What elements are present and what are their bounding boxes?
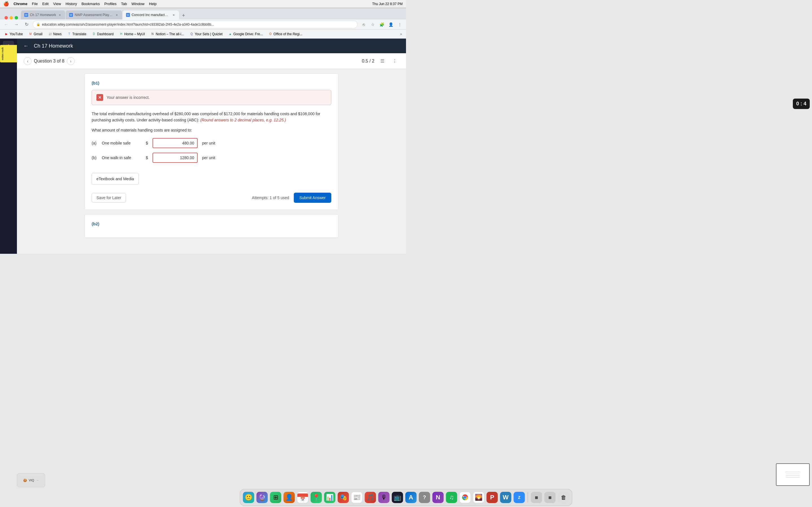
bookmark-notion-label: Notion – The all-i... [156, 32, 184, 36]
close-window-btn[interactable] [4, 16, 8, 19]
youtube-icon: ▶ [4, 32, 8, 36]
assessment-title: Ch 17 Homework [34, 43, 73, 49]
round-note-text: (Round answers to 2 decimal places, e.g.… [200, 118, 286, 122]
office-icon: O [268, 32, 272, 36]
news-icon: 📰 [48, 32, 52, 36]
sub-question: What amount of materials handling costs … [92, 128, 331, 132]
apple-menu[interactable]: 🍎 [3, 1, 9, 6]
tab-title-ch17: Ch 17 Homework [30, 13, 56, 17]
save-later-btn[interactable]: Save for Later [92, 193, 126, 203]
maximize-window-btn[interactable] [15, 16, 18, 19]
bookmark-translate-label: Translate [72, 32, 87, 36]
row-b-dollar: $ [146, 156, 148, 160]
bookmarks-bar: ▶ YouTube M Gmail 📰 News T Translate D D… [0, 30, 406, 39]
tab-title-concord: Concord Inc manufactures two... [132, 13, 170, 17]
tab-concord[interactable]: W Concord Inc manufactures two... ✕ [123, 10, 179, 19]
chrome-window: W Ch 17 Homework ✕ W NWP Assessment Play… [0, 8, 406, 39]
row-a-input[interactable] [153, 138, 198, 148]
minimize-window-btn[interactable] [10, 16, 13, 19]
gdrive-icon: ▲ [228, 32, 232, 36]
bookmark-myu-label: Home – MyUI [124, 32, 145, 36]
myu-icon: H [119, 32, 123, 36]
menubar-edit[interactable]: Edit [42, 2, 49, 6]
row-a-dollar: $ [146, 141, 148, 145]
bookmark-notion[interactable]: N Notion – The all-i... [148, 31, 186, 37]
url-text: education.wiley.com/was/ui/v2/assessment… [42, 22, 214, 26]
window-controls [4, 16, 18, 19]
question-bar: ‹ Question 3 of 8 › 0.5 / 2 ☰ ⋮ [17, 53, 406, 69]
submit-answer-btn[interactable]: Submit Answer [294, 193, 331, 203]
forward-nav-btn[interactable]: → [12, 20, 20, 29]
menubar-history[interactable]: History [65, 2, 77, 6]
menubar-chrome[interactable]: Chrome [13, 2, 28, 6]
left-sidebar: 🏠 [0, 39, 17, 254]
bookmark-news[interactable]: 📰 News [46, 31, 64, 37]
score-display: 0.5 / 2 [362, 59, 374, 64]
notion-icon: N [151, 32, 154, 36]
back-nav-btn[interactable]: ← [2, 20, 10, 29]
tab-close-nwp[interactable]: ✕ [115, 13, 119, 17]
tab-close-ch17[interactable]: ✕ [58, 13, 62, 17]
bookmarks-more-btn[interactable]: » [398, 31, 404, 37]
menubar-window[interactable]: Window [132, 2, 144, 6]
extensions-btn[interactable]: 🧩 [378, 20, 386, 29]
menubar-view[interactable]: View [53, 2, 61, 6]
bookmark-star-btn[interactable]: ☆ [369, 20, 377, 29]
tab-title-nwp: NWP Assessment Player UI Ap... [75, 13, 113, 17]
more-options-btn[interactable]: ⋮ [390, 57, 399, 66]
tab-close-concord[interactable]: ✕ [172, 13, 175, 17]
bookmark-youtube[interactable]: ▶ YouTube [2, 31, 25, 37]
quizlet-icon: Q [190, 32, 194, 36]
tab-bar: W Ch 17 Homework ✕ W NWP Assessment Play… [0, 8, 406, 19]
bookmark-gdrive-label: Google Drive: Fre... [233, 32, 263, 36]
security-lock-icon: 🔒 [36, 22, 40, 26]
profile-btn[interactable]: 👤 [387, 20, 395, 29]
tab-nwp[interactable]: W NWP Assessment Player UI Ap... ✕ [66, 10, 122, 19]
bookmark-gdrive[interactable]: ▲ Google Drive: Fre... [226, 31, 265, 37]
bookmark-dashboard[interactable]: D Dashboard [90, 31, 116, 37]
address-bar-actions: ⎋ ☆ 🧩 👤 ⋮ [360, 20, 404, 29]
bookmark-quizlet-label: Your Sets | Quizlet [195, 32, 223, 36]
content-area: (b1) ✕ Your answer is incorrect. The tot… [17, 69, 406, 242]
assessment-back-btn[interactable]: ← [21, 41, 31, 50]
menubar-help[interactable]: Help [149, 2, 157, 6]
menubar-file[interactable]: File [32, 2, 38, 6]
new-tab-btn[interactable]: + [180, 11, 188, 19]
share-btn[interactable]: ⎋ [360, 20, 368, 29]
question-bar-right: 0.5 / 2 ☰ ⋮ [362, 57, 399, 66]
question-nav: ‹ Question 3 of 8 › [24, 57, 75, 65]
next-question-btn[interactable]: › [67, 57, 75, 65]
tab-favicon-ch17: W [24, 13, 28, 17]
menubar-bookmarks[interactable]: Bookmarks [82, 2, 100, 6]
input-row-a: (a) One mobile safe $ per unit [92, 138, 331, 148]
list-view-btn[interactable]: ☰ [378, 57, 387, 66]
section-label-b2: (b2) [92, 221, 331, 226]
menubar-tab[interactable]: Tab [121, 2, 127, 6]
prev-question-btn[interactable]: ‹ [24, 57, 32, 65]
main-layout: 🏠 ← Ch 17 Homework ‹ Question 3 of 8 › 0… [0, 39, 406, 254]
gmail-icon: M [29, 32, 33, 36]
bookmark-office[interactable]: O Office of the Regi... [266, 31, 305, 37]
menubar-profiles[interactable]: Profiles [104, 2, 116, 6]
menubar: 🍎 Chrome File Edit View History Bookmark… [0, 0, 406, 8]
refresh-btn[interactable]: ↻ [22, 20, 31, 29]
bookmark-quizlet[interactable]: Q Your Sets | Quizlet [188, 31, 225, 37]
bookmark-youtube-label: YouTube [10, 32, 23, 36]
notes-widget[interactable]: notes rock [0, 45, 17, 62]
tab-ch17[interactable]: W Ch 17 Homework ✕ [21, 10, 65, 19]
etextbook-btn[interactable]: eTextbook and Media [92, 173, 139, 185]
url-bar[interactable]: 🔒 education.wiley.com/was/ui/v2/assessme… [33, 20, 357, 29]
bookmark-gmail[interactable]: M Gmail [26, 31, 45, 37]
problem-text: The total estimated manufacturing overhe… [92, 111, 331, 123]
row-b-input[interactable] [153, 153, 198, 163]
assessment-header: ← Ch 17 Homework [17, 39, 406, 53]
b2-card: (b2) [85, 214, 338, 238]
bookmark-translate[interactable]: T Translate [65, 31, 89, 37]
chrome-menu-btn[interactable]: ⋮ [396, 20, 404, 29]
tab-favicon-nwp: W [69, 13, 73, 17]
tab-favicon-concord: W [126, 13, 130, 17]
menubar-datetime: Thu Jun 22 8:37 PM [372, 2, 403, 6]
bookmark-myu[interactable]: H Home – MyUI [117, 31, 147, 37]
question-label: Question 3 of 8 [34, 59, 64, 64]
right-actions: Attempts: 1 of 5 used Submit Answer [252, 193, 331, 203]
